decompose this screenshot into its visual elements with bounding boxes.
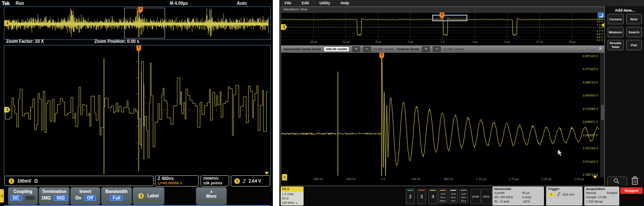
zoom-out-button[interactable]: − bbox=[363, 46, 371, 52]
run-stop-status-button[interactable]: Stopped bbox=[620, 187, 643, 194]
channel1-settings-badge[interactable]: Ch 1 1.3 V/div 50 Ω 200 MHz ↘ bbox=[281, 187, 304, 206]
invert-off-option[interactable]: Off bbox=[85, 196, 95, 200]
trigger-position-icon[interactable]: T bbox=[136, 45, 141, 50]
dvm-button[interactable]: DVM bbox=[470, 189, 481, 204]
right-zoom-trace[interactable] bbox=[281, 53, 600, 176]
channel1-menu-tab[interactable]: 1 bbox=[0, 189, 4, 203]
channel-button[interactable]: 3 bbox=[417, 189, 426, 204]
menu-item[interactable]: Help bbox=[341, 1, 350, 5]
tek-logo: Tek bbox=[2, 0, 10, 6]
right-oscilloscope-screen: FileEditUtilityHelp Waveform View -16 µs… bbox=[279, 0, 644, 206]
add-new-button[interactable]: Add New Bus bbox=[459, 189, 468, 203]
zoom-in-button[interactable]: + bbox=[352, 46, 360, 52]
termination-50ohm-option[interactable]: 50Ω bbox=[54, 196, 67, 200]
volt-tick-label: 4.457143 V bbox=[583, 55, 598, 58]
zoom-scale-readout[interactable]: Z 400ns ⊔+▾0.00000 s bbox=[155, 175, 199, 187]
horizontal-zoom-scale-value[interactable]: 440.00 ns/div bbox=[324, 46, 350, 52]
close-zoom-icon[interactable]: X bbox=[599, 46, 602, 51]
coupling-ac-option[interactable]: AC bbox=[25, 196, 35, 200]
channel1-handle-badge[interactable]: 1 bbox=[282, 174, 287, 180]
channel1-readout[interactable]: 1 100mV Ω bbox=[4, 176, 154, 186]
results-sidebar: Add New... CursorsNoteMeasureSearchResul… bbox=[605, 6, 644, 186]
add-new-button[interactable]: Add New Math bbox=[438, 189, 447, 203]
time-tick-label: -12 µs bbox=[342, 40, 350, 45]
left-zoom-trace bbox=[4, 45, 269, 175]
vzoom-in-button[interactable]: + bbox=[422, 46, 430, 52]
zoom-window-bracket[interactable] bbox=[124, 8, 165, 39]
termination-title: Termination bbox=[39, 189, 69, 194]
scrollbar-handle[interactable] bbox=[601, 105, 604, 120]
time-tick-label: 12 µs bbox=[536, 40, 543, 45]
sample-rate-readout[interactable]: 250MS/s 10k points bbox=[201, 175, 229, 187]
invert-menu-button[interactable]: Invert On Off bbox=[71, 187, 100, 205]
trigger-position-line bbox=[382, 58, 382, 176]
channel1-scale: 1.3 V/div bbox=[282, 192, 302, 196]
horizontal-settings-panel[interactable]: Horizontal 4 µs/div40 µs SR: 250 MS/s4 n… bbox=[492, 187, 544, 206]
volt-tick-label: 0 V bbox=[599, 26, 603, 29]
menu-bar: FileEditUtilityHelp bbox=[279, 0, 644, 6]
channel1-badge-title: Ch 1 bbox=[281, 187, 304, 192]
overview-waveform-panel: T 1 bbox=[4, 6, 271, 40]
label-menu-button[interactable]: 1 Label bbox=[133, 187, 164, 205]
bandwidth-title: Bandwidth bbox=[101, 189, 132, 194]
label-button-text: Label bbox=[147, 193, 159, 198]
acquisition-settings-panel[interactable]: Acquisition Manual,Analyze Sample: 12 bi… bbox=[584, 187, 619, 206]
termination-1mohm-option[interactable]: 1MΩ bbox=[41, 196, 51, 200]
more-menu-button[interactable]: ▲ More bbox=[196, 187, 227, 205]
afg-button[interactable]: AFG bbox=[481, 189, 492, 204]
time-tick-label: 0 s bbox=[441, 40, 445, 45]
mouse-cursor bbox=[557, 149, 563, 157]
trigger-level-offscreen-icon bbox=[265, 172, 269, 175]
vzoom-out-button[interactable]: − bbox=[433, 46, 441, 52]
overview-volt-axis: 3.9 V2.6 V1.3 V0 V-1.3 V-2.6 V-3.9 V-5.2… bbox=[596, 17, 603, 42]
vertical-scrollbar[interactable] bbox=[600, 53, 604, 177]
termination-menu-button[interactable]: Termination 1MΩ 50Ω bbox=[39, 187, 69, 205]
zoom-toolbar: Horizontal Zoom Scale 440.00 ns/div + − … bbox=[281, 45, 604, 53]
zoom-tool-button[interactable] bbox=[607, 177, 627, 187]
invert-on-option[interactable]: On bbox=[75, 196, 81, 200]
expand-icon[interactable] bbox=[598, 13, 604, 18]
trash-button[interactable] bbox=[630, 175, 640, 187]
trigger-settings-panel[interactable]: Trigger 1 624 mV bbox=[546, 187, 583, 206]
menu-item[interactable]: File bbox=[285, 1, 291, 5]
sidebar-button[interactable]: Search bbox=[626, 27, 642, 37]
sidebar-button[interactable]: Plot bbox=[626, 40, 642, 50]
time-tick-label: 1.76 µs bbox=[509, 177, 519, 182]
bandwidth-menu-button[interactable]: Bandwidth Full bbox=[101, 187, 132, 205]
zoom-window-box[interactable] bbox=[432, 15, 467, 21]
trigger-position-icon[interactable]: T bbox=[138, 7, 143, 11]
trigger-readout[interactable]: 1 2.64 V bbox=[231, 175, 270, 187]
invert-title: Invert bbox=[71, 189, 100, 194]
horizontal-zoom-label: Horizontal Zoom Scale bbox=[284, 47, 321, 51]
sidebar-button[interactable]: Note bbox=[626, 14, 642, 24]
volt-tick-label: -5.2 V bbox=[596, 39, 603, 42]
sidebar-button[interactable]: Results Table bbox=[608, 40, 624, 50]
menu-item[interactable]: Edit bbox=[302, 1, 309, 5]
trigger-position-icon[interactable]: T bbox=[440, 13, 444, 17]
time-tick-label: 4 µs bbox=[472, 40, 477, 45]
zoom-window-icon: ⊔+▾ bbox=[158, 181, 165, 185]
zoomed-waveform-view[interactable]: T 4.457143 V4.271429 V4.085714 V3.900000… bbox=[281, 53, 604, 186]
channel-button[interactable]: 2 bbox=[406, 189, 415, 204]
coupling-dc-option[interactable]: DC bbox=[11, 196, 21, 200]
coupling-menu-button[interactable]: Coupling DC AC bbox=[8, 187, 38, 205]
vertical-zoom-label: Vertical Zoom bbox=[397, 47, 419, 51]
volt-tick-label: 3.157143 V bbox=[583, 147, 598, 150]
sidebar-button[interactable]: Cursors bbox=[608, 14, 624, 24]
sample-rate: SR: 250 MS/s bbox=[494, 195, 522, 200]
zoom-info-row: Zoom Factor: 10 X Zoom Position: 0.00 s bbox=[0, 39, 273, 45]
trigger-position-icon[interactable]: T bbox=[379, 53, 384, 57]
horizontal-scale-readout: M 4.00µs bbox=[170, 1, 188, 6]
volt-tick-label: -3.9 V bbox=[596, 36, 603, 39]
acquisition-mode: Manual, bbox=[586, 191, 597, 195]
menu-item[interactable]: Utility bbox=[320, 1, 330, 5]
channel-button[interactable]: 4 bbox=[428, 189, 437, 204]
acquisition-panel-title: Acquisition bbox=[584, 187, 619, 191]
zoom-scale-value: Z 400ns bbox=[158, 176, 196, 181]
overview-strip[interactable]: -16 µs-12 µs-8 µs-4 µs0 s4 µs8 µs12 µs16… bbox=[281, 13, 604, 46]
channel1-bandwidth: 200 MHz bbox=[282, 201, 294, 204]
bandwidth-full-option[interactable]: Full bbox=[110, 196, 123, 200]
horizontal-panel-title: Horizontal bbox=[492, 187, 544, 191]
sidebar-button[interactable]: Measure bbox=[608, 27, 624, 37]
add-new-button[interactable]: Add New Ref bbox=[449, 189, 458, 203]
